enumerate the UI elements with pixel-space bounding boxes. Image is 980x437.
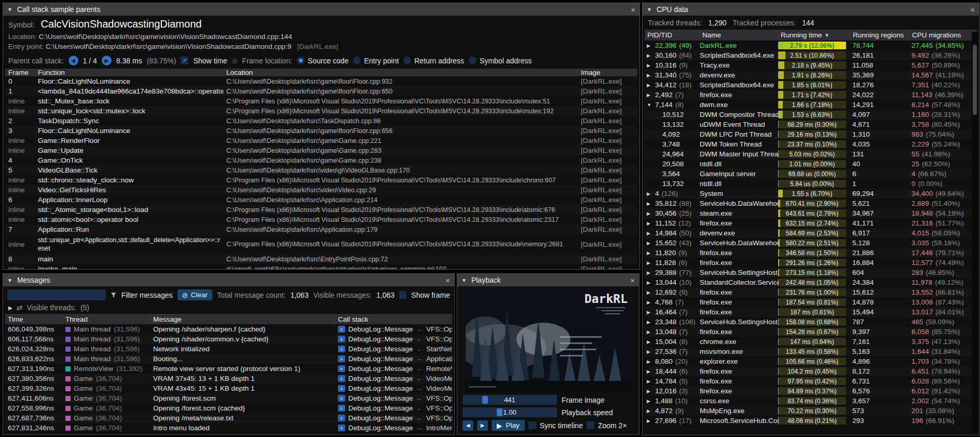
callstack-row[interactable]: 5VideoGLBase::TickC:\Users\wolf\Desktop\… bbox=[5, 165, 637, 175]
scrollbar-thumb[interactable] bbox=[973, 45, 977, 115]
column-header-thread[interactable]: Thread bbox=[63, 314, 151, 324]
cpu-titlebar[interactable]: ▼ CPU data × bbox=[643, 3, 979, 16]
cpu-process-row[interactable]: ▶1,488(10)csrss.exe83.74 ms (0.36%)3,657… bbox=[645, 396, 977, 406]
expand-icon[interactable]: ▶ bbox=[647, 250, 652, 256]
expand-icon[interactable]: ▶ bbox=[647, 241, 652, 246]
callstack-icon[interactable]: ≡ bbox=[338, 326, 345, 333]
cpu-process-row[interactable]: ▶11,820(9)firefox.exe346.58 ms (1.50%)21… bbox=[645, 248, 977, 258]
cpu-process-row[interactable]: ▶10,316(9)Tracy.exe2.18 s (9.45%)11,0585… bbox=[645, 60, 977, 70]
message-row[interactable]: 627,558,996nsGame(36,704)Opening /forest… bbox=[5, 403, 452, 413]
callstack-cell[interactable]: ≡DebugLog::Message←VFS::OpenInternal bbox=[335, 414, 452, 422]
collapse-icon[interactable]: ▼ bbox=[461, 277, 467, 283]
radio-symbol-address[interactable] bbox=[469, 57, 477, 64]
vertical-scrollbar[interactable] bbox=[972, 32, 978, 433]
message-row[interactable]: 626,024,328nsMain thread(31,596)Network … bbox=[5, 344, 452, 354]
message-row[interactable]: 627,313,190nsRemoteView(31,392)Remote vi… bbox=[5, 364, 452, 374]
show-frame-checkbox[interactable] bbox=[399, 291, 406, 299]
cpu-process-row[interactable]: ▶2,492(7)firefox.exe1.71 s (7.42%)24,022… bbox=[645, 90, 977, 100]
visible-threads-row[interactable]: ▶ ⇄ Visible threads: (5) bbox=[3, 302, 454, 314]
cpu-process-row[interactable]: ▶16,464(7)firefox.exe187 ms (0.81%)15,49… bbox=[645, 307, 977, 317]
callstack-icon[interactable]: ≡ bbox=[338, 336, 345, 342]
message-row[interactable]: 606,117,568nsMain thread(31,596)Opening … bbox=[5, 334, 452, 344]
expand-icon[interactable]: ▶ bbox=[647, 280, 652, 285]
next-callstack-button[interactable]: ▶ bbox=[102, 56, 112, 65]
expand-icon[interactable]: ▶ bbox=[647, 389, 652, 394]
column-header-message[interactable]: Message bbox=[151, 314, 335, 324]
cpu-process-row[interactable]: ▶35,812(88)ServiceHub.DataWarehouseHost.… bbox=[645, 198, 977, 208]
callstack-cell[interactable]: ≡DebugLog::Message←VFS::OpenInternal bbox=[335, 325, 452, 333]
callstack-row[interactable]: 4Game::OnTickC:\Users\wolf\Desktop\darkr… bbox=[5, 155, 637, 165]
callstack-row[interactable]: inlineGame::RenderFloorC:\Users\wolf\Des… bbox=[5, 136, 637, 145]
callstack-cell[interactable]: ≡DebugLog::Message←VFS::OpenInternal bbox=[335, 404, 452, 412]
callstack-cell[interactable]: ≡DebugLog::Message←VFS::OpenInternal bbox=[335, 335, 452, 343]
callstack-icon[interactable]: ≡ bbox=[338, 395, 345, 402]
cpu-process-row[interactable]: ▶30,160(84)ScriptedSandbox64.exe2.51 s (… bbox=[645, 50, 977, 60]
column-header-pid-tid[interactable]: PID/TID bbox=[645, 30, 700, 41]
expand-icon[interactable]: ▶ bbox=[647, 92, 652, 98]
messages-titlebar[interactable]: ▼ Messages × bbox=[3, 274, 454, 286]
cpu-thread-row[interactable]: 4,092DWM LPC Port Thread29.16 ms (0.13%)… bbox=[645, 129, 977, 139]
callstack-icon[interactable]: ≡ bbox=[338, 355, 345, 362]
message-row[interactable]: 627,831,246nsGame(36,704)Intro menu load… bbox=[5, 423, 452, 433]
expand-icon[interactable]: ▶ bbox=[647, 260, 652, 266]
callstack-row[interactable]: inlineVideo::GetTicksHiResC:\Users\wolf\… bbox=[5, 185, 637, 195]
prev-frame-button[interactable]: ◀ bbox=[462, 420, 473, 431]
callstack-row[interactable]: inlinestd::unique_ptr<Application,std::d… bbox=[5, 234, 637, 254]
message-row[interactable]: 627,687,736nsGame(36,704)Opening /meta/r… bbox=[5, 413, 452, 423]
expand-icon[interactable]: ▶ bbox=[647, 310, 652, 315]
expand-icon[interactable]: ▶ bbox=[647, 339, 652, 345]
callstack-icon[interactable]: ≡ bbox=[338, 405, 345, 412]
collapse-icon[interactable]: ▼ bbox=[647, 102, 652, 108]
next-frame-button[interactable]: ▶ bbox=[477, 420, 488, 431]
cpu-thread-row[interactable]: 13,732ntdll.dll5.84 us (0.00%)10(0.00%) bbox=[645, 179, 977, 189]
cpu-process-row[interactable]: ▶27,536(7)msvsmon.exe133.45 ms (0.58%)5,… bbox=[645, 347, 977, 356]
zoom-2x-checkbox[interactable] bbox=[587, 421, 594, 429]
collapse-icon[interactable]: ▼ bbox=[7, 7, 12, 12]
expand-icon[interactable]: ▶ bbox=[647, 63, 652, 68]
cpu-thread-row[interactable]: 24,964DWM Master Input Thread5.03 ms (0.… bbox=[645, 149, 977, 159]
callstack-cell[interactable]: ≡DebugLog::Message←VFS::OpenInternal bbox=[335, 394, 452, 402]
cpu-thread-row[interactable]: 10,512DWM Compositor Thread1.53 s (6.63%… bbox=[645, 110, 977, 120]
callstack-row[interactable]: inlinestd::atomic<bool>::operator boolC:… bbox=[5, 215, 637, 224]
cpu-process-row[interactable]: ▶12,692(9)firefox.exe231.76 ms (1.00%)15… bbox=[645, 287, 977, 297]
column-header-location[interactable]: Location bbox=[223, 69, 578, 76]
cpu-thread-row[interactable]: 3,748DWM Token Thread23.37 ms (0.10%)4,0… bbox=[645, 139, 977, 149]
callstack-row[interactable]: 2TaskDispatch::SyncC:\Users\wolf\Desktop… bbox=[5, 116, 637, 126]
playback-speed-slider[interactable]: 1.00 bbox=[462, 407, 557, 417]
cpu-process-row[interactable]: ▶14,984(50)devenv.exe584.69 ms (2.53%)6,… bbox=[645, 228, 977, 238]
cpu-thread-row[interactable]: 20,508ntdll.dll1.01 ms (0.00%)4025(62.50… bbox=[645, 159, 977, 169]
expand-icon[interactable]: ▶ bbox=[647, 369, 652, 374]
cpu-thread-row[interactable]: 13,132uDWM Event Thread68.29 ms (0.30%)4… bbox=[645, 120, 977, 129]
callstack-row[interactable]: inlinestd::_Mutex_base::lockC:\Program F… bbox=[5, 96, 637, 106]
cpu-process-row[interactable]: ▶11,828(6)firefox.exe291.26 ms (1.26%)16… bbox=[645, 258, 977, 268]
cpu-process-row[interactable]: ▶14,784(5)firefox.exe97.95 ms (0.42%)6,7… bbox=[645, 376, 977, 386]
radio-source-code[interactable] bbox=[297, 57, 305, 64]
cpu-process-row[interactable]: ▶23,348(106)ServiceHub.SettingsHost.exe1… bbox=[645, 317, 977, 327]
callstack-titlebar[interactable]: ▼ Call stack sample parents × bbox=[3, 3, 639, 16]
cpu-process-row[interactable]: ▶4,768(7)firefox.exe187.54 ms (0.81%)14,… bbox=[645, 297, 977, 307]
callstack-icon[interactable]: ≡ bbox=[338, 425, 345, 431]
column-header-time[interactable]: Time bbox=[5, 314, 63, 324]
callstack-row[interactable]: inlinestd::unique_lock<std::mutex>::lock… bbox=[5, 106, 637, 116]
callstack-icon[interactable]: ≡ bbox=[338, 346, 345, 352]
cpu-process-row[interactable]: ▼7,144(8)dwm.exe1.66 s (7.18%)14,2918,21… bbox=[645, 100, 977, 110]
expand-icon[interactable]: ▶ bbox=[647, 231, 652, 236]
cpu-process-row[interactable]: ▶31,340(75)devenv.exe1.91 s (8.26%)35,36… bbox=[645, 70, 977, 80]
callstack-row[interactable]: 3Floor::CalcLightNoLuminanceC:\Users\wol… bbox=[5, 126, 637, 136]
cpu-process-row[interactable]: ▶8,080(20)explorer.exe105.66 ms (0.46%)4… bbox=[645, 356, 977, 366]
expand-icon[interactable]: ▶ bbox=[647, 43, 652, 48]
callstack-row[interactable]: 0Floor::CalcLightNoLuminanceC:\Users\wol… bbox=[5, 76, 637, 86]
sync-timeline-checkbox[interactable] bbox=[528, 421, 536, 429]
callstack-cell[interactable]: ≡DebugLog::Message←RemoteView::Worker bbox=[335, 365, 452, 373]
frame-image-slider[interactable]: 441 bbox=[462, 395, 557, 405]
cpu-process-row[interactable]: ▶13,048(7)firefox.exe154.28 ms (0.67%)9,… bbox=[645, 327, 977, 337]
expand-icon[interactable]: ▶ bbox=[647, 399, 652, 404]
callstack-cell[interactable]: ≡DebugLog::Message←StartNetworking bbox=[335, 345, 452, 353]
cpu-process-row[interactable]: ▶13,044(10)StandardCollector.Service.exe… bbox=[645, 277, 977, 287]
column-header-running-regions[interactable]: Running regions bbox=[850, 30, 909, 41]
callstack-row[interactable]: inlinestd::chrono::steady_clock::nowC:\P… bbox=[5, 175, 637, 185]
expand-icon[interactable]: ▶ bbox=[647, 221, 652, 226]
cpu-process-row[interactable]: ▶15,004(8)chrome.exe147 ms (0.64%)7,1613… bbox=[645, 337, 977, 347]
prev-callstack-button[interactable]: ◀ bbox=[69, 56, 78, 65]
message-row[interactable]: 627,380,356nsGame(36,704)VRAM 37x45: 13 … bbox=[5, 374, 452, 383]
